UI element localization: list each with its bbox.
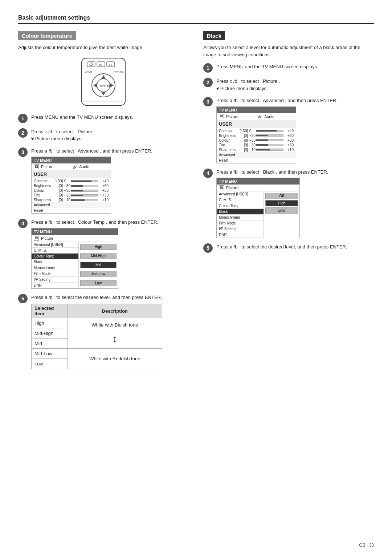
right-sharpness-row: Sharpness [0] −10 +10: [217, 147, 296, 152]
svg-rect-0: [82, 58, 125, 105]
svg-text:ENTER: ENTER: [100, 84, 111, 88]
adv-menu-step4-right: TV MENU 🖼 Picture Advanced [USER] C. M. …: [216, 178, 300, 238]
right-picture-icon2: 🖼: [219, 185, 224, 190]
right-step-2: 2 Press c /d to select Picture .¥ Pictur…: [203, 78, 374, 92]
opt-high: High: [80, 244, 117, 250]
right-contrast-row: Contrast [+30] 0 +40: [217, 129, 296, 133]
sharpness-label: Sharpness: [34, 198, 53, 202]
right-column: Black Allows you to select a level for a…: [203, 31, 374, 374]
opt-midlow: Mid-Low: [80, 271, 117, 277]
step-text-3: Press a /b to select Advanced , and then…: [31, 147, 152, 155]
sharpness-val: −10: [64, 198, 69, 202]
tv-menu-title: TV MENU: [32, 157, 111, 163]
adv-menu-right-opts: High Mid-High Mid Mid-Low Low: [79, 242, 118, 288]
item-high: High: [32, 318, 68, 328]
tv-menu-audio-label: Audio: [79, 165, 109, 169]
left-step-5: 5 Press a /b to select the desired level…: [18, 294, 189, 369]
right-adv-cms: C. M. S.: [217, 197, 264, 203]
right-picture-label2: Picture: [226, 186, 238, 190]
opt-mid: Mid: [80, 262, 117, 268]
adv-item-mono: Monochrome: [32, 265, 78, 271]
right-picture-label: Picture: [226, 114, 256, 119]
svg-rect-1: [87, 62, 95, 67]
item-midhigh: Mid-High: [32, 328, 68, 339]
opt-midhigh: Mid-High: [80, 253, 117, 259]
right-adv-split: Advanced [USER] C. M. S. Colour Temp Bla…: [217, 191, 299, 238]
right-step-text-5: Press a /b to select the desired level, …: [216, 243, 374, 251]
right-adv-colourtemp: Colour Temp: [217, 203, 264, 209]
right-opt-off: Off: [265, 193, 298, 199]
adv-item-film: Film Mode: [32, 271, 78, 277]
adv-menu-split: Advanced [USER] C. M. S. Colour Temp Bla…: [32, 242, 118, 288]
right-adv-black: Black: [217, 209, 264, 215]
right-adv-opts: Off High Low: [264, 191, 299, 238]
left-step-4: 4 Press a /b to select Colour Temp , and…: [18, 219, 189, 289]
right-adv-menu-title: TV MENU: [217, 178, 299, 185]
colour-label: Colour: [34, 189, 53, 193]
step-num-5: 5: [18, 294, 28, 303]
remote-control-image: b7 d1 MENU RETURN ENTER: [18, 56, 189, 107]
opt-low: Low: [80, 280, 117, 286]
picture-label: Picture: [41, 236, 53, 240]
right-advanced-row: Advanced: [217, 152, 296, 158]
picture-icon: 🖼: [34, 164, 39, 169]
right-step-3: 3 Press a /b to select Advanced , and th…: [203, 97, 374, 163]
adv-item-ip: I/P Setting: [32, 277, 78, 283]
right-adv-left: Advanced [USER] C. M. S. Colour Temp Bla…: [217, 191, 264, 238]
svg-text:d1: d1: [109, 63, 112, 66]
colour-track: [71, 190, 98, 192]
item-midlow: Mid-Low: [32, 349, 68, 359]
adv-item-cms: C. M. S.: [32, 248, 78, 254]
tint-val: −30: [64, 193, 69, 197]
adv-item-colourtemp: Colour Temp: [32, 254, 78, 259]
right-step-1: 1 Press MENU and the TV MENU screen disp…: [203, 63, 374, 73]
adv-menu-left: Advanced [USER] C. M. S. Colour Temp Bla…: [32, 242, 79, 288]
right-picture-title-row2: 🖼 Picture: [217, 185, 299, 191]
colour-bracket: [0]: [54, 189, 63, 193]
right-adv-dnr: DNR: [217, 232, 264, 238]
step-5-with-menu: Press a /b to select the desired level, …: [31, 294, 162, 369]
right-step-text-4: Press a /b to select Black , and then pr…: [216, 169, 328, 176]
desc-reddish: White with Reddish tone: [68, 349, 162, 369]
sharpness-fill: [71, 199, 85, 201]
adv-menu-title: TV MENU: [32, 228, 118, 235]
right-tv-menu-title: TV MENU: [217, 107, 296, 113]
table-row-high: High White with Bluish tone ↕: [32, 318, 162, 328]
tv-menu-picture-row: 🖼 Picture 🔊 Audio: [32, 163, 111, 170]
step-4-with-menu: Press a /b to select Colour Temp , and t…: [31, 219, 158, 289]
left-section-desc: Adjusts the colour temperature to give t…: [18, 44, 189, 51]
right-tint-row: Tint [0] −30 I +30: [217, 143, 296, 147]
adv-item-user: Advanced [USER]: [32, 242, 78, 248]
sharpness-track: [71, 199, 98, 201]
right-step-num-1: 1: [203, 63, 213, 73]
colour-temp-table: Selected item Description High White wit…: [31, 304, 162, 369]
colour-max: +30: [100, 189, 109, 193]
right-audio-icon: 🔊: [258, 114, 262, 118]
page-title: Basic adjustment settings: [18, 15, 90, 21]
right-opt-low: Low: [265, 207, 298, 214]
right-step-text-3: Press a /b to select Advanced , and then…: [216, 97, 338, 104]
contrast-max: +40: [100, 179, 109, 183]
step-num-3: 3: [18, 147, 28, 157]
step-num-2: 2: [18, 128, 28, 138]
brightness-max: +30: [100, 184, 109, 188]
right-step-4-with-menu: Press a /b to select Black , and then pr…: [216, 169, 328, 239]
step-3-with-menu: Press a /b to select Advanced , and then…: [31, 147, 152, 214]
right-adv-ip: I/P Setting: [217, 226, 264, 232]
tint-row: Tint [0] −30 I +30: [32, 193, 111, 198]
right-picture-icon: 🖼: [219, 114, 224, 119]
brightness-val: −30: [64, 184, 69, 188]
table-header-desc: Description: [68, 304, 162, 318]
colour-val: −30: [64, 189, 69, 193]
tint-track: [71, 194, 98, 197]
step-num-4: 4: [18, 219, 28, 228]
right-picture-row: 🖼 Picture 🔊 Audio: [217, 113, 296, 120]
tint-bracket: [0]: [54, 193, 63, 197]
step-text-1: Press MENU and the TV MENU screen displa…: [31, 114, 189, 121]
brightness-row: Brightness [0] −30 +30: [32, 183, 111, 188]
right-step-text-2: Press c /d to select Picture .¥ Picture …: [216, 78, 374, 92]
user-section-label: USER: [32, 170, 111, 178]
contrast-track: [71, 180, 98, 182]
tv-menu-picture-label: Picture: [41, 165, 70, 169]
reset-row: Reset: [32, 208, 111, 213]
